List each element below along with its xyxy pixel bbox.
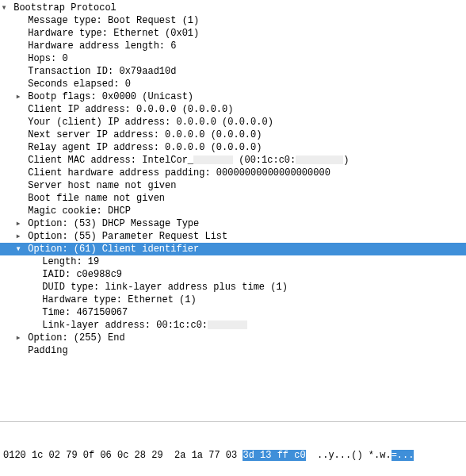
label: Seconds elapsed: — [28, 79, 119, 90]
opt61-length[interactable]: ▸ Length: 19 — [0, 255, 466, 268]
option-61-selected[interactable]: ▾ Option: (61) Client identifier — [0, 243, 466, 255]
hex-highlight: 3d 13 ff c0 — [243, 450, 305, 461]
field-bootp-flags[interactable]: ▸ Bootp flags: 0x0000 (Unicast) — [0, 90, 466, 103]
redacted-mac — [208, 321, 247, 329]
value: 0.0.0.0 (0.0.0.0) — [165, 129, 262, 140]
value: 0x0000 (Unicast) — [102, 91, 193, 102]
padding[interactable]: ▸ Padding — [0, 344, 466, 357]
value: Server host name not given — [28, 180, 176, 191]
hex-row[interactable]: 0120 1c 02 79 0f 06 0c 28 29 2a 1a 77 03… — [3, 449, 463, 462]
value: 0.0.0.0 (0.0.0.0) — [165, 142, 262, 153]
field-seconds-elapsed[interactable]: ▸ Seconds elapsed: 0 — [0, 78, 466, 90]
label: Relay agent IP address: — [28, 142, 159, 153]
field-boot-file-name[interactable]: ▸ Boot file name not given — [0, 192, 466, 205]
label: DUID type: — [42, 282, 99, 293]
field-client-ip[interactable]: ▸ Client IP address: 0.0.0.0 (0.0.0.0) — [0, 103, 466, 116]
field-message-type[interactable]: ▸ Message type: Boot Request (1) — [0, 14, 466, 27]
label: Client MAC address: — [28, 155, 136, 166]
value: 00:1c:c0: — [156, 320, 208, 331]
value: Ethernet (0x01) — [113, 28, 199, 39]
protocol-name: Bootstrap Protocol — [13, 2, 116, 13]
value: link-layer address plus time (1) — [105, 282, 287, 293]
value: Boot Request (1) — [108, 15, 199, 26]
value: Option: (53) DHCP Message Type — [28, 218, 199, 229]
field-next-server-ip[interactable]: ▸ Next server IP address: 0.0.0.0 (0.0.0… — [0, 129, 466, 141]
hex-bytes: 1c 02 79 0f 06 0c 28 29 2a 1a 77 03 3d 1… — [32, 449, 317, 462]
bootstrap-protocol-header[interactable]: ▾ Bootstrap Protocol — [0, 2, 466, 14]
opt61-hw-type[interactable]: ▸ Hardware type: Ethernet (1) — [0, 294, 466, 306]
value: ) — [343, 155, 349, 166]
field-server-host-name[interactable]: ▸ Server host name not given — [0, 179, 466, 192]
field-hops[interactable]: ▸ Hops: 0 — [0, 52, 466, 65]
field-client-hw-padding[interactable]: ▸ Client hardware address padding: 00000… — [0, 167, 466, 179]
hex-offset: 0120 — [3, 449, 32, 462]
value: IntelCor_ — [142, 155, 193, 166]
value: (00:1c:c0: — [233, 155, 296, 166]
value: 0.0.0.0 (0.0.0.0) — [176, 117, 273, 128]
label: Time: — [42, 307, 71, 318]
chevron-right-icon[interactable]: ▸ — [14, 217, 22, 230]
label: Transaction ID: — [28, 66, 113, 77]
value: 0x79aad10d — [119, 66, 176, 77]
field-your-ip[interactable]: ▸ Your (client) IP address: 0.0.0.0 (0.0… — [0, 116, 466, 129]
hex-ascii: ..y...() *.w.=... — [317, 449, 463, 462]
value: Ethernet (1) — [128, 294, 196, 305]
value: Option: (61) Client identifier — [28, 244, 199, 255]
value: 0.0.0.0 (0.0.0.0) — [136, 104, 233, 115]
value: Boot file name not given — [28, 193, 165, 204]
value: Padding — [28, 345, 67, 356]
protocol-detail-pane[interactable]: ▾ Bootstrap Protocol ▸ Message type: Boo… — [0, 0, 466, 421]
field-magic-cookie[interactable]: ▸ Magic cookie: DHCP — [0, 205, 466, 217]
label: Message type: — [28, 15, 102, 26]
label: Hardware type: — [42, 294, 122, 305]
redacted-mac — [193, 155, 233, 164]
value: Client hardware address padding: 0000000… — [28, 167, 330, 178]
field-hw-addr-length[interactable]: ▸ Hardware address length: 6 — [0, 40, 466, 52]
chevron-right-icon[interactable]: ▸ — [14, 230, 22, 243]
option-55[interactable]: ▸ Option: (55) Parameter Request List — [0, 230, 466, 243]
value: DHCP — [108, 205, 131, 217]
value: c0e988c9 — [76, 269, 122, 280]
label: Hops: — [28, 53, 56, 64]
option-255[interactable]: ▸ Option: (255) End — [0, 332, 466, 344]
field-hardware-type[interactable]: ▸ Hardware type: Ethernet (0x01) — [0, 27, 466, 40]
field-relay-agent-ip[interactable]: ▸ Relay agent IP address: 0.0.0.0 (0.0.0… — [0, 141, 466, 154]
opt61-iaid[interactable]: ▸ IAID: c0e988c9 — [0, 268, 466, 281]
chevron-right-icon[interactable]: ▸ — [14, 332, 22, 344]
label: Your (client) IP address: — [28, 117, 170, 128]
label: Hardware address length: — [28, 40, 165, 52]
value: Option: (255) End — [28, 332, 124, 344]
value: 467150067 — [76, 307, 128, 318]
label: Next server IP address: — [28, 129, 159, 140]
hex-dump-pane[interactable]: 0120 1c 02 79 0f 06 0c 28 29 2a 1a 77 03… — [0, 421, 466, 476]
value: 6 — [170, 40, 176, 52]
label: Link-layer address: — [42, 320, 151, 331]
label: Client IP address: — [28, 104, 131, 115]
label: Bootp flags: — [28, 91, 96, 102]
option-53[interactable]: ▸ Option: (53) DHCP Message Type — [0, 217, 466, 230]
chevron-down-icon[interactable]: ▾ — [14, 243, 22, 255]
value: Option: (55) Parameter Request List — [28, 231, 227, 242]
chevron-down-icon[interactable]: ▾ — [0, 2, 8, 14]
opt61-time[interactable]: ▸ Time: 467150067 — [0, 306, 466, 319]
redacted-mac — [296, 155, 343, 164]
label: Hardware type: — [28, 28, 108, 39]
opt61-link-layer-addr[interactable]: ▸ Link-layer address: 00:1c:c0: — [0, 319, 466, 332]
label: Magic cookie: — [28, 205, 102, 217]
value: 19 — [88, 256, 99, 267]
opt61-duid-type[interactable]: ▸ DUID type: link-layer address plus tim… — [0, 281, 466, 294]
label: Length: — [42, 256, 82, 267]
field-client-mac[interactable]: ▸ Client MAC address: IntelCor_ (00:1c:c… — [0, 154, 466, 167]
value: 0 — [62, 53, 67, 64]
label: IAID: — [42, 269, 71, 280]
chevron-right-icon[interactable]: ▸ — [14, 90, 22, 103]
field-transaction-id[interactable]: ▸ Transaction ID: 0x79aad10d — [0, 65, 466, 78]
value: 0 — [125, 79, 131, 90]
